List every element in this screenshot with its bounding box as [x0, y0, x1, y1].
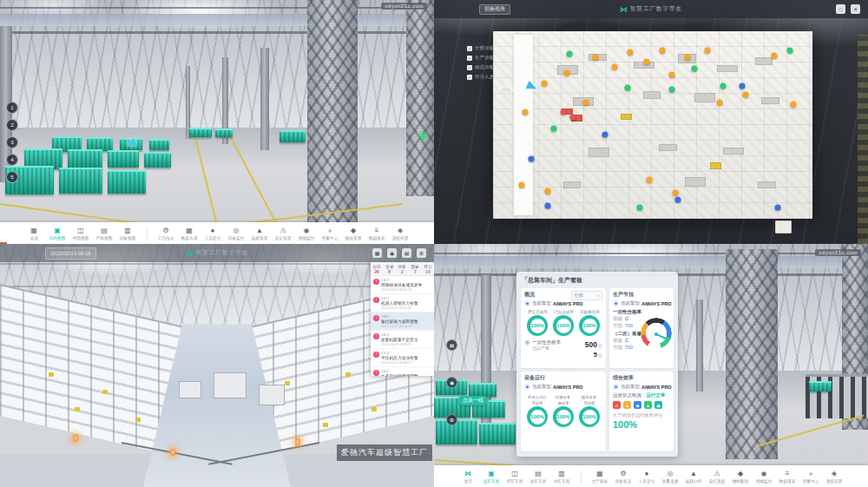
toolbar-item[interactable]: ▦ 生产看板 — [589, 470, 612, 484]
map-dot[interactable] — [643, 58, 649, 64]
close-button[interactable]: ✕ — [851, 4, 860, 14]
map-dot[interactable] — [717, 100, 723, 106]
map-dot[interactable] — [675, 197, 681, 203]
mini-panel[interactable] — [775, 220, 792, 234]
topbar-tool-button[interactable]: ◉ — [387, 248, 397, 258]
map-dot[interactable] — [720, 82, 726, 89]
legend-item[interactable]: 生产设备 — [467, 55, 494, 61]
status-mini-icon[interactable]: ⚠ — [613, 401, 621, 409]
scene-tool-button[interactable]: ◉ — [446, 377, 457, 388]
toolbar-item[interactable]: ◫ 焊装车间 — [503, 470, 527, 484]
alarm-list-item[interactable]: 11B2 输送链张力超限预警 2022-01-07 09:10:58 — [371, 313, 434, 331]
map-dot[interactable] — [774, 205, 780, 211]
toolbar-item[interactable]: ⚠ 安全管理 — [272, 227, 295, 240]
toolbar-item[interactable]: ● 人员定位 — [201, 227, 225, 240]
map-dot[interactable] — [544, 188, 550, 194]
map-dot[interactable] — [541, 81, 547, 87]
legend-more-button[interactable]: 视角 — [498, 86, 514, 93]
workshop-3d-scene[interactable] — [0, 0, 434, 244]
alarm-list-item[interactable]: 11D7 焊装线体设备通讯异常 2022-01-07 09:12:26 — [371, 276, 434, 294]
toolbar-item[interactable]: ▦ 总览 — [23, 227, 46, 240]
checkbox-icon[interactable] — [467, 65, 472, 70]
map-dot[interactable] — [611, 64, 617, 70]
toolbar-item[interactable]: ◈ 系统设置 — [823, 470, 846, 484]
legend-item[interactable]: 作业人员 — [467, 74, 494, 80]
toolbar-item[interactable]: ⚙ 工艺仿真 — [155, 227, 178, 240]
map-dot[interactable] — [691, 66, 697, 72]
toolbar-item[interactable]: ⚙ 设备状态 — [612, 470, 635, 484]
toolbar-item[interactable]: ▥ 冲压车间 — [550, 470, 574, 484]
toolbar-item[interactable]: ▲ 能耗分析 — [682, 470, 706, 484]
toolbar-item[interactable]: ≡ 数据报表 — [365, 227, 389, 240]
toolbar-item[interactable]: ≡ 数据报表 — [776, 470, 799, 484]
filter-dropdown[interactable]: 全部 — [571, 291, 602, 300]
scene-tool-button[interactable]: ▤ — [446, 339, 457, 351]
checkbox-icon[interactable] — [467, 56, 472, 61]
map-dot[interactable] — [628, 49, 634, 55]
toolbar-item[interactable]: ◉ 视频监控 — [295, 227, 319, 240]
toolbar-item[interactable]: ▤ 产线视图 — [93, 227, 116, 240]
topbar-tool-button[interactable]: ▤ — [402, 248, 411, 258]
topbar-tool-button[interactable]: ▦ — [372, 248, 382, 258]
toolbar-item[interactable]: ◉ 视频监控 — [753, 470, 776, 484]
checkbox-icon[interactable] — [467, 75, 472, 80]
alarm-stat[interactable]: 提示 14 — [421, 262, 434, 275]
alarm-list-item[interactable]: 11D2 夹具定位销磨损预警 2022-01-07 09:06:52 — [371, 367, 434, 376]
toolbar-item[interactable]: ＋ 告警中心 — [319, 227, 342, 240]
map-dot[interactable] — [570, 115, 576, 121]
status-mini-icon[interactable]: ▲ — [644, 401, 652, 409]
toolbar-item[interactable]: ▲ 能耗管理 — [248, 227, 272, 240]
floor-plan-map[interactable] — [493, 31, 812, 219]
scene-tool-button[interactable]: ⚙ — [446, 414, 457, 425]
map-dot[interactable] — [672, 189, 678, 195]
map-dot[interactable] — [582, 100, 589, 106]
toolbar-item[interactable]: ◫ 平面视图 — [69, 227, 93, 240]
view-switch-button[interactable]: 切换视角 — [479, 4, 510, 15]
map-dot[interactable] — [669, 86, 675, 92]
map-dot[interactable] — [740, 82, 746, 89]
map-dot[interactable] — [522, 109, 528, 115]
map-dot[interactable] — [563, 69, 569, 76]
map-dot[interactable] — [742, 92, 748, 98]
map-dot[interactable] — [550, 126, 556, 132]
toolbar-item[interactable]: ⋈ 首页 — [457, 470, 480, 484]
map-dot[interactable] — [544, 202, 550, 208]
status-mini-icon[interactable]: ◆ — [634, 401, 641, 409]
legend-item[interactable]: 全部设备 — [467, 45, 494, 51]
status-mini-icon[interactable]: ● — [623, 401, 631, 409]
alarm-list-item[interactable]: 11D1 涂胶机胶量不足提示 2022-01-07 09:09:31 — [371, 331, 434, 349]
map-dot[interactable] — [592, 55, 598, 61]
map-dot[interactable] — [624, 84, 630, 90]
toolbar-item[interactable]: ◆ 物料配送 — [729, 470, 753, 484]
status-dot-marker[interactable] — [420, 134, 425, 139]
toolbar-item[interactable]: ◆ 物流管理 — [342, 227, 365, 240]
alarm-stat[interactable]: 故障 2 — [396, 262, 409, 275]
toolbar-item[interactable]: ▤ 涂装车间 — [527, 470, 550, 484]
station-badge[interactable]: 3 — [6, 136, 18, 148]
status-mini-icon[interactable]: ◉ — [654, 401, 662, 409]
checkbox-icon[interactable] — [467, 46, 472, 51]
map-dot[interactable] — [790, 102, 796, 108]
legend-item[interactable]: 物流设备 — [467, 64, 494, 70]
topbar-tool-button[interactable]: ⚙ — [417, 248, 426, 258]
station-badge[interactable]: 2 — [6, 119, 18, 131]
map-dot[interactable] — [560, 109, 566, 115]
station-badge[interactable]: 4 — [6, 154, 18, 166]
map-dot[interactable] — [567, 50, 573, 56]
toolbar-item[interactable]: ▣ 总装车间 — [480, 470, 503, 484]
map-dot[interactable] — [787, 47, 793, 53]
toolbar-item[interactable]: ◈ 系统设置 — [389, 227, 412, 240]
fullscreen-button[interactable]: □ — [836, 4, 845, 14]
alarm-stat[interactable]: 告警 8 — [384, 262, 397, 275]
alarm-list-item[interactable]: 11C4 空压机压力波动告警 2022-01-07 09:08:17 — [371, 349, 434, 367]
map-dot[interactable] — [660, 47, 666, 53]
selected-line-tag[interactable]: 总装一线 — [458, 396, 488, 405]
toolbar-item[interactable]: ● 人员定位 — [635, 470, 659, 484]
alarm-stat[interactable]: 全部 26 — [371, 262, 384, 275]
map-dot[interactable] — [771, 53, 777, 59]
station-badge[interactable]: 1 — [6, 102, 18, 114]
map-dot[interactable] — [647, 176, 653, 182]
map-dot[interactable] — [519, 182, 525, 188]
map-dot[interactable] — [529, 155, 535, 161]
toolbar-item[interactable]: ＋ 告警中心 — [799, 470, 823, 484]
